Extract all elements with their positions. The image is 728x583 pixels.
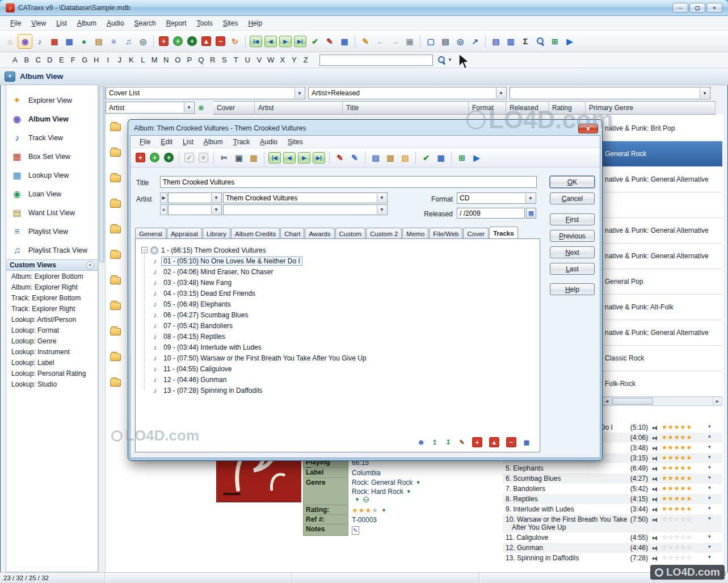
custom-view-track-explorer-right[interactable]: Track: Explorer Right <box>6 303 98 314</box>
collapse-icon[interactable]: − <box>141 247 148 253</box>
alpha-filter-h[interactable]: H <box>91 56 103 64</box>
artist-combo[interactable]: Them Crooked Vultures▼ <box>223 192 388 203</box>
menu-audio[interactable]: Audio <box>102 18 129 29</box>
rating-stars-empty[interactable]: ★ <box>372 506 378 514</box>
alpha-filter-r[interactable]: R <box>207 56 219 64</box>
insert-track-icon[interactable]: ↥ <box>430 437 440 447</box>
speaker-icon[interactable] <box>653 435 659 441</box>
add-wizard-icon[interactable]: + <box>164 153 174 162</box>
column-header-released[interactable]: Released <box>506 101 549 115</box>
sidebar-item-box-set-view[interactable]: ▦Box Set View <box>6 147 98 166</box>
track-row[interactable]: 8. Reptiles(4:15)★★★★★▾ <box>503 494 722 504</box>
sidebar-item-playlist-track-view[interactable]: ♫Playlist Track View <box>6 241 98 259</box>
custom-view-lookup-instrument[interactable]: Lookup: Instrument <box>6 346 98 357</box>
track-rating-dropdown[interactable]: ▾ <box>708 444 711 450</box>
genre-value-1[interactable]: Rock: General Rock▼ <box>348 478 424 487</box>
tab-cover[interactable]: Cover <box>463 228 489 239</box>
alpha-filter-a[interactable]: A <box>9 56 21 64</box>
alpha-filter-b[interactable]: B <box>21 56 33 64</box>
last-button[interactable]: Last <box>550 263 595 275</box>
dialog-track-row[interactable]: ♪02 - (04:06) Mind Eraser, No Chaser <box>152 266 369 277</box>
filter-combo[interactable]: ▼ <box>510 87 710 99</box>
spellcheck-icon[interactable]: ✔ <box>419 151 433 165</box>
edit-icon[interactable]: ✎ <box>333 151 347 165</box>
alpha-filter-p[interactable]: P <box>184 56 196 64</box>
sidebar-item-lookup-view[interactable]: ▦Lookup View <box>6 166 98 184</box>
edit-notes-icon[interactable]: ✎ <box>352 526 359 535</box>
pen-icon[interactable]: ✎ <box>359 35 372 48</box>
tab-memo[interactable]: Memo <box>402 228 428 239</box>
track-row[interactable]: 12. Gunman(4:46)☆☆☆☆☆▾ <box>503 543 722 553</box>
chevron-down-icon[interactable]: ▼ <box>211 194 221 202</box>
edit-artist-icon[interactable]: ✎ <box>348 151 361 165</box>
dialog-close-button[interactable]: × <box>578 124 598 133</box>
boxset-view-icon[interactable]: ▦ <box>48 35 61 48</box>
last-record-icon[interactable]: ▶| <box>294 36 306 47</box>
genre-value-2[interactable]: Rock: Hard Rock▼ <box>348 487 424 496</box>
alpha-filter-g[interactable]: G <box>79 56 91 64</box>
delete-album-icon[interactable]: − <box>216 36 225 46</box>
dialog-track-row[interactable]: ♪10 - (07:50) Warsaw or the First Breath… <box>152 353 369 363</box>
track-rating-stars[interactable]: ★★★★★ <box>662 475 692 482</box>
track-rating-dropdown[interactable]: ▾ <box>708 454 711 460</box>
cut-icon[interactable]: ✂ <box>217 151 231 165</box>
sidebar-item-loan-view[interactable]: ◉Loan View <box>6 184 98 203</box>
column-header-artist[interactable]: Artist <box>255 101 343 115</box>
search-button[interactable]: ▼ <box>437 56 452 64</box>
track-rating-dropdown[interactable]: ▾ <box>708 544 711 550</box>
album-row-primary-genre[interactable] <box>602 192 722 218</box>
search-input[interactable] <box>319 54 433 66</box>
track-rating-dropdown[interactable]: ▾ <box>708 434 711 439</box>
custom-view-lookup-format[interactable]: Lookup: Format <box>6 325 98 335</box>
scrollbar-thumb[interactable] <box>612 398 653 405</box>
dialog-track-row[interactable]: ♪03 - (03:48) New Fang <box>152 277 369 288</box>
first-record-icon[interactable]: |◀ <box>250 36 262 47</box>
playlist-view-icon[interactable]: ≡ <box>107 35 120 48</box>
menu-file[interactable]: File <box>6 18 26 29</box>
add-copy-icon[interactable]: + <box>173 36 183 46</box>
alpha-filter-l[interactable]: L <box>137 56 149 64</box>
dialog-titlebar[interactable]: Album: Them Crooked Vultures - Them Croo… <box>130 121 600 135</box>
loan-view-icon[interactable]: ● <box>77 35 91 48</box>
titlebar[interactable]: ♪ CATraxx v9 - \Database\Sample.mdb ─ ▢ … <box>0 0 728 16</box>
previous-record-icon[interactable]: ◀ <box>283 152 296 163</box>
menu-list[interactable]: List <box>52 18 71 29</box>
menu-search[interactable]: Search <box>130 18 161 29</box>
speaker-icon[interactable] <box>653 517 659 523</box>
dialog-menu-list[interactable]: List <box>178 136 198 148</box>
column-header-format[interactable]: Format <box>469 101 506 115</box>
track-row[interactable]: 7. Bandoliers(5:42)★★★★★▾ <box>503 484 722 494</box>
folder-export-icon[interactable]: ▤ <box>398 151 412 165</box>
track-row[interactable]: 9. Interlude with Ludes(3:44)★★★★★▾ <box>503 504 722 514</box>
tab-file-web[interactable]: File/Web <box>429 228 462 239</box>
alpha-filter-i[interactable]: I <box>102 56 114 64</box>
album-row-primary-genre[interactable]: Classic Rock <box>602 346 722 371</box>
rating-stars[interactable]: ★★★ <box>352 506 372 514</box>
album-row-primary-genre[interactable]: Folk-Rock <box>602 371 722 397</box>
ok-button[interactable]: OK <box>550 176 595 188</box>
artist-combo-new[interactable]: ▼ <box>223 204 388 215</box>
tree-root-row[interactable]: − 1 - (66:15) Them Crooked Vultures <box>141 245 266 255</box>
confirm-icon[interactable]: ✓ <box>184 153 194 162</box>
column-header-cover[interactable]: Cover <box>213 101 255 115</box>
chevron-down-icon[interactable]: ▼ <box>700 88 709 98</box>
alpha-filter-q[interactable]: Q <box>195 56 207 64</box>
add-wizard-icon[interactable]: + <box>187 36 197 46</box>
custom-views-header[interactable]: Custom Views » <box>6 259 98 271</box>
album-view-icon[interactable]: ◉ <box>18 35 32 48</box>
dialog-track-row[interactable]: ♪04 - (03:15) Dead End Friends <box>152 288 369 299</box>
back-icon[interactable]: ← <box>373 35 387 48</box>
forward-icon[interactable]: → <box>388 35 402 48</box>
track-rating-dropdown[interactable]: ▾ <box>708 554 711 560</box>
paste-icon[interactable]: ▥ <box>247 151 260 165</box>
print-preview-icon[interactable]: ◎ <box>453 35 467 48</box>
wantlist-view-icon[interactable]: ▤ <box>92 35 106 48</box>
genre-extra-row[interactable]: ▼ <box>348 496 424 503</box>
sum-icon[interactable]: Σ <box>519 35 532 48</box>
export-icon[interactable]: ↗ <box>468 35 482 48</box>
alpha-filter-y[interactable]: Y <box>288 56 300 64</box>
notes-value[interactable]: ✎ <box>348 525 363 536</box>
released-date-field[interactable]: / /2009 <box>457 208 525 219</box>
dialog-track-row[interactable]: ♪06 - (04:27) Scumbag Blues <box>152 309 369 320</box>
track-rating-stars[interactable]: ★★★★★ <box>662 454 692 462</box>
